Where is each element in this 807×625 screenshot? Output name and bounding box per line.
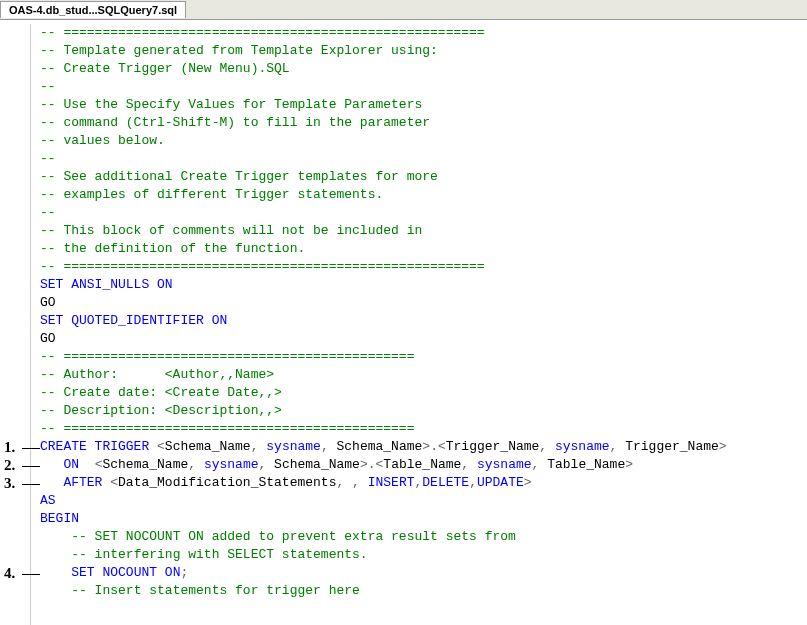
code-line[interactable]: -- [0,78,807,96]
code-token: >.< [360,457,383,472]
code-line[interactable]: -- [0,150,807,168]
code-token: GO [40,295,56,310]
code-token: ON [63,457,79,472]
code-token: BEGIN [40,511,79,526]
code-token: Table_Name [383,457,461,472]
code-line[interactable]: -- Template generated from Template Expl… [0,42,807,60]
code-token: DELETE [422,475,469,490]
code-token: -- Template generated from Template Expl… [40,43,438,58]
code-line[interactable]: -- command (Ctrl-Shift-M) to fill in the… [0,114,807,132]
code-token: -- =====================================… [40,25,485,40]
code-token: Table_Name [547,457,625,472]
code-line[interactable]: SET ANSI_NULLS ON [0,276,807,294]
code-token: -- [40,151,56,166]
code-token [40,547,71,562]
code-token [79,457,95,472]
code-line[interactable]: -- =====================================… [0,24,807,42]
code-token: sysname [555,439,610,454]
annotation-label: 2. [4,456,15,474]
code-token: > [524,475,532,490]
code-token: -- This block of comments will not be in… [40,223,422,238]
code-token [40,529,71,544]
code-token: , [539,439,555,454]
code-line[interactable]: -- =====================================… [0,258,807,276]
code-token: -- See additional Create Trigger templat… [40,169,438,184]
annotation-label: 1. [4,438,15,456]
code-line[interactable]: -- Insert statements for trigger here [0,582,807,600]
code-line[interactable]: AS [0,492,807,510]
code-editor[interactable]: -- =====================================… [0,20,807,625]
code-line[interactable]: -- This block of comments will not be in… [0,222,807,240]
code-token: sysname [477,457,532,472]
annotation-arrow [22,448,40,449]
code-token: < [110,475,118,490]
code-line[interactable]: -- =====================================… [0,420,807,438]
code-token: -- values below. [40,133,165,148]
code-line[interactable]: -- interfering with SELECT statements. [0,546,807,564]
code-token: Trigger_Name [446,439,540,454]
code-token: , , [336,475,367,490]
code-line[interactable]: 3. AFTER <Data_Modification_Statements, … [0,474,807,492]
code-line[interactable]: 4. SET NOCOUNT ON; [0,564,807,582]
code-token: -- =====================================… [40,421,414,436]
code-token: SET NOCOUNT ON [71,565,180,580]
code-token: UPDATE [477,475,524,490]
code-line[interactable]: -- =====================================… [0,348,807,366]
code-token [40,475,63,490]
code-line[interactable]: -- SET NOCOUNT ON added to prevent extra… [0,528,807,546]
active-tab[interactable]: OAS-4.db_stud...SQLQuery7.sql [0,1,186,18]
code-line[interactable]: 1.CREATE TRIGGER <Schema_Name, sysname, … [0,438,807,456]
code-token: -- examples of different Trigger stateme… [40,187,383,202]
code-token: -- Create date: <Create Date,,> [40,385,282,400]
code-token: CREATE TRIGGER [40,439,157,454]
code-token [40,457,63,472]
code-token: -- Use the Specify Values for Template P… [40,97,422,112]
code-line[interactable]: -- Create date: <Create Date,,> [0,384,807,402]
code-token: , [469,475,477,490]
code-token: < [157,439,165,454]
code-token: -- the definition of the function. [40,241,305,256]
code-line[interactable]: -- Description: <Description,,> [0,402,807,420]
code-line[interactable]: -- the definition of the function. [0,240,807,258]
code-token: > [719,439,727,454]
code-token: ; [180,565,188,580]
code-token: Schema_Name [337,439,423,454]
code-token: GO [40,331,56,346]
code-token: -- command (Ctrl-Shift-M) to fill in the… [40,115,430,130]
code-token [40,583,71,598]
code-line[interactable]: -- examples of different Trigger stateme… [0,186,807,204]
code-token: AFTER [63,475,110,490]
code-token [40,565,71,580]
code-token: SET ANSI_NULLS ON [40,277,173,292]
code-line[interactable]: SET QUOTED_IDENTIFIER ON [0,312,807,330]
code-line[interactable]: 2. ON <Schema_Name, sysname, Schema_Name… [0,456,807,474]
code-token: , [461,457,477,472]
code-line[interactable]: -- Create Trigger (New Menu).SQL [0,60,807,78]
annotation-arrow [22,484,40,485]
code-token: -- interfering with SELECT statements. [71,547,367,562]
code-token: > [625,457,633,472]
code-line[interactable]: -- Author: <Author,,Name> [0,366,807,384]
code-token: INSERT [368,475,415,490]
code-token: -- =====================================… [40,349,414,364]
code-line[interactable]: GO [0,330,807,348]
code-token: Schema_Name [102,457,188,472]
code-token: -- Author: <Author,,Name> [40,367,274,382]
code-line[interactable]: -- [0,204,807,222]
code-token: -- [40,205,56,220]
code-line[interactable]: -- See additional Create Trigger templat… [0,168,807,186]
code-token: -- Description: <Description,,> [40,403,282,418]
code-token: , [610,439,626,454]
code-token: , [258,457,274,472]
code-token: sysname [204,457,259,472]
code-token: Schema_Name [165,439,251,454]
code-line[interactable]: -- values below. [0,132,807,150]
code-line[interactable]: BEGIN [0,510,807,528]
code-token: -- =====================================… [40,259,485,274]
annotation-label: 3. [4,474,15,492]
code-token: sysname [266,439,321,454]
code-token: , [188,457,204,472]
code-token: Schema_Name [274,457,360,472]
code-line[interactable]: -- Use the Specify Values for Template P… [0,96,807,114]
code-line[interactable]: GO [0,294,807,312]
